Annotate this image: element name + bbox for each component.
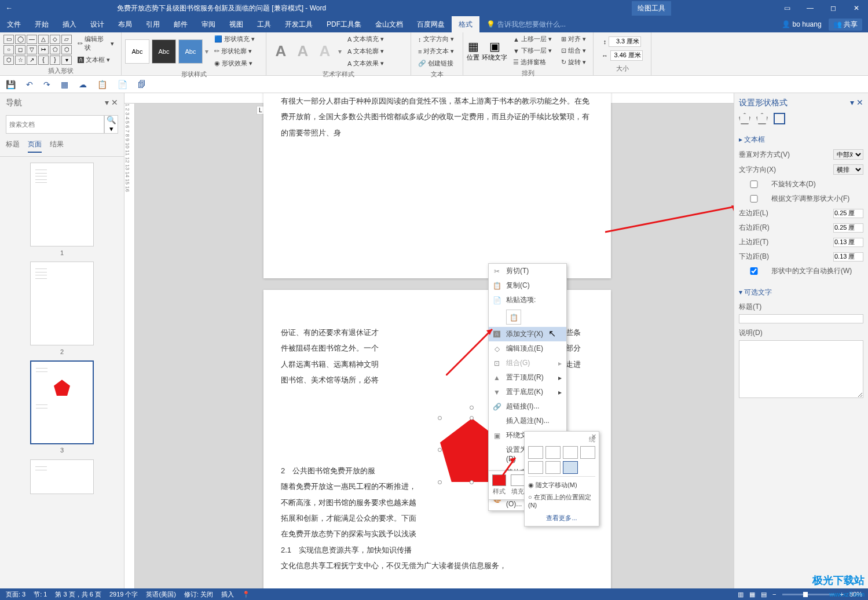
save-icon[interactable]: 💾 xyxy=(6,80,16,89)
align-text-button[interactable]: ≡ 对齐文本 ▾ xyxy=(415,46,457,57)
fmt-section-alttext[interactable]: ▾ 可选文字 xyxy=(739,285,863,300)
shape-fill-button[interactable]: 🟦 形状填充 ▾ xyxy=(211,34,258,45)
tab-file[interactable]: 文件 xyxy=(0,16,28,32)
ribbon-opts-icon[interactable]: ▭ xyxy=(775,0,799,16)
layout-opt-5[interactable] xyxy=(528,461,543,474)
tab-jinshan[interactable]: 金山文档 xyxy=(368,16,410,32)
layout-opt-7[interactable] xyxy=(563,461,578,474)
tab-layout[interactable]: 布局 xyxy=(111,16,139,32)
tab-mail[interactable]: 邮件 xyxy=(167,16,195,32)
tab-devtools[interactable]: 开发工具 xyxy=(278,16,320,32)
position-button[interactable]: ▦位置 xyxy=(467,39,479,62)
text-direction-button[interactable]: ↕ 文字方向 ▾ xyxy=(415,34,457,45)
ctx-bottom[interactable]: ▼置于底层(K)▸ xyxy=(489,385,566,399)
fmt-tm-input[interactable] xyxy=(833,238,863,247)
edit-shape-button[interactable]: ✏ 编辑形状 ▾ xyxy=(74,34,118,53)
shape-style-gallery[interactable]: Abc Abc Abc xyxy=(125,39,203,64)
undo-icon[interactable]: ↶ xyxy=(26,80,33,89)
paste-option-1[interactable]: 📋 xyxy=(506,310,521,325)
tab-insert[interactable]: 插入 xyxy=(56,16,83,32)
page-thumb-3[interactable]: ————————————————————3 xyxy=(30,360,94,444)
tab-design[interactable]: 设计 xyxy=(83,16,111,32)
fmt-title-input[interactable] xyxy=(739,314,863,323)
view-print-icon[interactable]: ▦ xyxy=(749,591,755,598)
vertical-ruler[interactable]: 1 2 3 4 5 6 7 8 9 10 11 12 13 14 15 16 xyxy=(124,104,135,588)
maximize-icon[interactable]: ◻ xyxy=(822,0,845,16)
nav-tab-results[interactable]: 结果 xyxy=(50,139,64,153)
selection-pane-button[interactable]: ☰ 选择窗格 xyxy=(510,57,555,68)
width-input[interactable] xyxy=(610,50,643,61)
text-fill-button[interactable]: A 文本填充 ▾ xyxy=(344,34,387,45)
fmt-tab-fill-icon[interactable] xyxy=(739,113,750,124)
ctx-cut[interactable]: ✂剪切(T) xyxy=(489,264,566,278)
qat-icon-5[interactable]: 🗐 xyxy=(138,80,146,89)
qat-icon-2[interactable]: ☁ xyxy=(79,80,87,89)
fmt-section-textbox[interactable]: ▸ 文本框 xyxy=(739,132,863,147)
minimize-icon[interactable]: — xyxy=(799,0,822,16)
mini-style-button[interactable]: 样式 xyxy=(492,474,506,496)
user-name[interactable]: 👤 bo huang xyxy=(782,20,821,28)
qat-icon-3[interactable]: 📋 xyxy=(97,80,107,89)
shape-outline-button[interactable]: ✏ 形状轮廓 ▾ xyxy=(211,46,258,57)
fmt-desc-input[interactable] xyxy=(739,340,863,398)
layout-see-more[interactable]: 查看更多... xyxy=(528,510,595,522)
ctx-top[interactable]: ▲置于顶层(R)▸ xyxy=(489,370,566,385)
layout-radio-move[interactable]: ◉ 随文字移动(M) xyxy=(528,479,595,491)
qat-icon-4[interactable]: 📄 xyxy=(118,80,127,89)
layout-close-icon[interactable]: ✕ xyxy=(591,433,596,440)
tab-format[interactable]: 格式 xyxy=(452,16,479,32)
status-words[interactable]: 2919 个字 xyxy=(109,590,138,599)
text-outline-button[interactable]: A 文本轮廓 ▾ xyxy=(344,46,387,57)
back-icon[interactable]: ← xyxy=(6,4,13,12)
rotate-button[interactable]: ↻ 旋转 ▾ xyxy=(558,57,589,68)
status-pageof[interactable]: 第 3 页，共 6 页 xyxy=(55,590,101,599)
tab-home[interactable]: 开始 xyxy=(28,16,56,32)
fmt-bm-input[interactable] xyxy=(833,252,863,262)
shape-gallery[interactable]: ▭◯—△◇▱ ○◻▽↦⬠⬡ ⬡☆↗{}▾ xyxy=(3,35,72,65)
fmt-tab-effects-icon[interactable] xyxy=(756,113,768,124)
status-section[interactable]: 节: 1 xyxy=(34,590,47,599)
share-button[interactable]: 👥 共享 xyxy=(829,19,862,31)
fmt-autowrap-check[interactable]: 形状中的文字自动换行(W) xyxy=(739,266,852,276)
group-button[interactable]: ⊡ 组合 ▾ xyxy=(558,45,589,56)
layout-opt-2[interactable] xyxy=(545,446,561,459)
ctx-edit-points[interactable]: ◇编辑顶点(E) xyxy=(489,341,566,356)
wrap-text-button[interactable]: ▣环绕文字 xyxy=(482,39,507,62)
redo-icon[interactable]: ↷ xyxy=(43,80,50,89)
zoom-out-icon[interactable]: − xyxy=(772,591,776,598)
fmt-rm-input[interactable] xyxy=(833,223,863,233)
page-thumb-4[interactable]: —————————— xyxy=(30,459,94,494)
close-icon[interactable]: ✕ xyxy=(845,0,868,16)
tell-me-input[interactable]: 💡 告诉我您想要做什么... xyxy=(479,16,573,32)
layout-opt-4[interactable] xyxy=(580,446,595,459)
textbox-button[interactable]: 🅰 文本框 ▾ xyxy=(74,54,118,65)
layout-opt-3[interactable] xyxy=(563,446,578,459)
status-insert[interactable]: 插入 xyxy=(221,590,234,599)
layout-opt-6[interactable] xyxy=(545,461,561,474)
mini-fill-button[interactable]: 填充 xyxy=(511,474,525,496)
fmt-valign-select[interactable]: 中部对 xyxy=(833,149,863,160)
wordart-gallery[interactable]: AAA xyxy=(270,41,336,62)
fmt-pane-close-icon[interactable]: ▾ ✕ xyxy=(850,98,863,108)
align-button[interactable]: ⊞ 对齐 ▾ xyxy=(558,34,589,45)
nav-close-icon[interactable]: ▾ ✕ xyxy=(105,98,118,108)
layout-radio-fixed[interactable]: ○ 在页面上的位置固定(N) xyxy=(528,491,595,510)
status-track[interactable]: 修订: 关闭 xyxy=(184,590,213,599)
ctx-copy[interactable]: 📋复制(C) xyxy=(489,278,566,293)
status-page[interactable]: 页面: 3 xyxy=(6,590,25,599)
tab-references[interactable]: 引用 xyxy=(139,16,167,32)
text-effect-button[interactable]: A 文本效果 ▾ xyxy=(344,58,387,69)
tab-view[interactable]: 视图 xyxy=(222,16,250,32)
page-thumb-2[interactable]: ————————————————————2 xyxy=(30,262,94,345)
drawing-tools-tab[interactable]: 绘图工具 xyxy=(632,1,671,16)
qat-icon-1[interactable]: ▦ xyxy=(61,80,68,89)
page-thumb-1[interactable]: —————————————————————————1 xyxy=(30,163,94,246)
fmt-autosize-check[interactable]: 根据文字调整形状大小(F) xyxy=(739,194,849,204)
create-link-button[interactable]: 🔗 创建链接 xyxy=(415,58,457,69)
nav-search-input[interactable] xyxy=(6,115,104,134)
layout-opt-1[interactable] xyxy=(528,446,543,459)
shape-effect-button[interactable]: ◉ 形状效果 ▾ xyxy=(211,58,258,69)
tab-pdf[interactable]: PDF工具集 xyxy=(320,16,368,32)
doc-paragraph-2a[interactable]: 份证、有的还要求有退休证才 件被阻碍在图书馆之外。一个 人群远离书籍、远离精神文… xyxy=(281,325,455,388)
zoom-slider[interactable] xyxy=(782,594,834,595)
